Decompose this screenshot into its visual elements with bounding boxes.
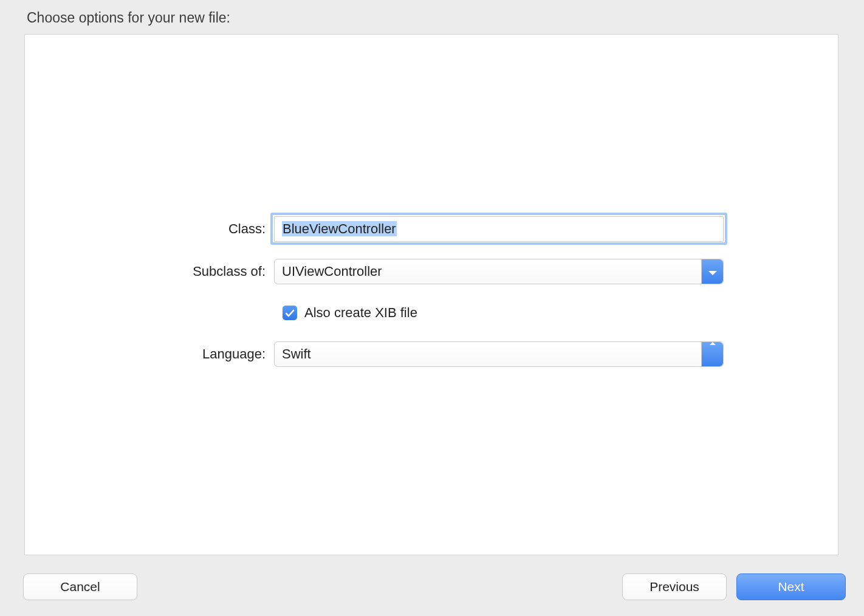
class-field-value: BlueViewController <box>282 221 397 236</box>
language-label: Language: <box>140 346 274 362</box>
cancel-button[interactable]: Cancel <box>23 573 137 600</box>
class-label: Class: <box>140 221 274 237</box>
language-row: Language: Swift <box>140 340 724 369</box>
previous-button[interactable]: Previous <box>622 573 727 600</box>
class-row: Class: BlueViewController <box>140 214 724 244</box>
language-stepper-button[interactable] <box>701 342 723 366</box>
subclass-label: Subclass of: <box>140 264 274 279</box>
language-value: Swift <box>282 342 311 366</box>
subclass-value: UIViewController <box>282 259 382 284</box>
xib-row: Also create XIB file <box>140 299 724 326</box>
class-field[interactable]: BlueViewController <box>274 216 724 242</box>
subclass-row: Subclass of: UIViewController <box>140 257 724 286</box>
subclass-combobox[interactable]: UIViewController <box>274 259 724 284</box>
footer: Cancel Previous Next <box>0 573 864 603</box>
chevron-up-icon <box>709 329 716 354</box>
language-select[interactable]: Swift <box>274 341 724 367</box>
page-heading: Choose options for your new file: <box>27 10 230 26</box>
options-panel: Class: BlueViewController Subclass of: U… <box>24 34 838 555</box>
next-button[interactable]: Next <box>736 573 846 600</box>
subclass-field-wrapper: UIViewController <box>274 259 724 284</box>
xib-label: Also create XIB file <box>304 305 417 321</box>
class-field-wrapper: BlueViewController <box>274 216 724 242</box>
chevron-down-icon <box>709 355 716 379</box>
new-file-form: Class: BlueViewController Subclass of: U… <box>140 214 724 382</box>
language-select-wrapper: Swift <box>274 341 724 367</box>
subclass-dropdown-button[interactable] <box>701 259 723 284</box>
checkmark-icon <box>285 305 295 321</box>
xib-checkbox[interactable] <box>283 306 297 320</box>
chevron-down-icon <box>708 259 718 284</box>
